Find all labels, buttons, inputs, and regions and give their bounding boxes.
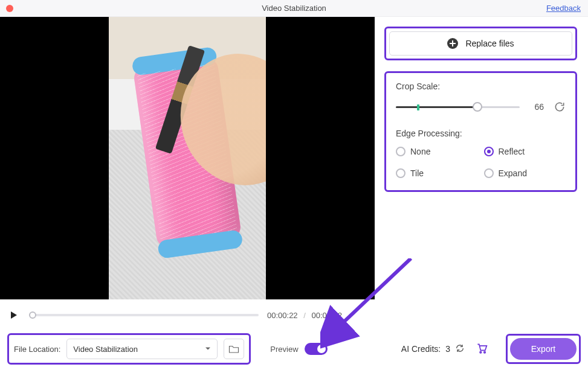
edge-processing-label: Edge Processing: bbox=[396, 129, 566, 138]
radio-icon bbox=[484, 168, 494, 178]
svg-point-0 bbox=[480, 351, 482, 353]
preview-label: Preview bbox=[270, 345, 298, 354]
reset-crop-scale-button[interactable] bbox=[554, 101, 566, 113]
window-close-icon[interactable] bbox=[6, 5, 13, 12]
play-button[interactable] bbox=[7, 308, 21, 322]
video-frame bbox=[109, 17, 266, 299]
radio-icon bbox=[484, 147, 494, 156]
edge-option-label: Expand bbox=[499, 168, 527, 178]
ai-credits-value: 3 bbox=[445, 344, 450, 354]
stabilization-settings: Crop Scale: 66 Edge Processing: None bbox=[384, 71, 577, 192]
crop-scale-label: Crop Scale: bbox=[396, 81, 566, 91]
edge-option-reflect[interactable]: Reflect bbox=[484, 147, 566, 156]
progress-slider[interactable] bbox=[29, 314, 259, 316]
edge-option-expand[interactable]: Expand bbox=[484, 168, 566, 178]
refresh-credits-button[interactable] bbox=[455, 343, 465, 355]
timecode: 00:00:22 / 00:00:32 bbox=[267, 311, 342, 320]
file-location-value: Video Stabilization bbox=[73, 345, 138, 354]
crop-scale-value: 66 bbox=[529, 102, 544, 112]
edge-option-label: Reflect bbox=[499, 147, 525, 156]
ai-credits-label: AI Credits: bbox=[401, 344, 441, 354]
plus-circle-icon bbox=[447, 38, 458, 49]
open-folder-button[interactable] bbox=[224, 339, 244, 359]
cart-button[interactable] bbox=[476, 342, 488, 356]
feedback-link[interactable]: Feedback bbox=[546, 4, 581, 13]
replace-files-button[interactable]: Replace files bbox=[389, 31, 572, 56]
radio-icon bbox=[396, 147, 405, 156]
duration: 00:00:32 bbox=[311, 311, 342, 320]
player-bar: 00:00:22 / 00:00:32 bbox=[0, 299, 375, 331]
video-preview[interactable] bbox=[0, 17, 375, 299]
title-bar: Video Stabilization Feedback bbox=[0, 0, 588, 17]
file-location-group: File Location: Video Stabilization bbox=[7, 333, 251, 365]
file-location-select[interactable]: Video Stabilization bbox=[66, 339, 218, 359]
file-location-label: File Location: bbox=[14, 345, 60, 354]
preview-toggle[interactable] bbox=[305, 343, 328, 355]
chevron-down-icon bbox=[205, 345, 211, 354]
svg-point-1 bbox=[484, 351, 486, 353]
crop-scale-slider[interactable] bbox=[396, 106, 520, 108]
export-label: Export bbox=[531, 344, 555, 354]
replace-files-label: Replace files bbox=[465, 39, 514, 48]
current-time: 00:00:22 bbox=[267, 311, 298, 320]
edge-option-label: None bbox=[410, 147, 430, 156]
radio-icon bbox=[396, 168, 405, 178]
edge-option-none[interactable]: None bbox=[396, 147, 478, 156]
edge-option-tile[interactable]: Tile bbox=[396, 168, 478, 178]
export-button[interactable]: Export bbox=[510, 338, 577, 360]
window-title: Video Stabilization bbox=[262, 4, 326, 13]
edge-option-label: Tile bbox=[410, 168, 424, 178]
bottom-bar: File Location: Video Stabilization Previ… bbox=[0, 331, 588, 367]
